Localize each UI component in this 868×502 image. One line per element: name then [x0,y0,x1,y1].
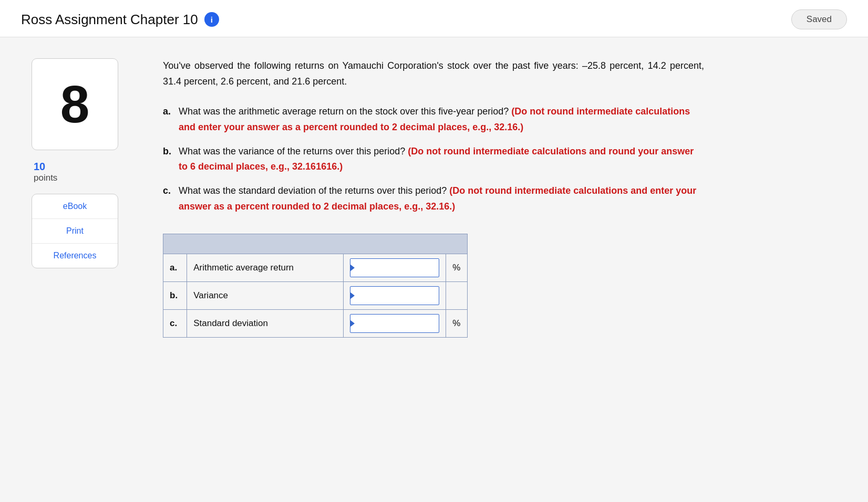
sub-instruction-a: (Do not round intermediate calculations … [179,106,690,132]
sub-question-c: c. What was the standard deviation of th… [163,183,704,214]
points-section: 10 points [32,161,147,183]
left-column: 8 10 points eBook Print References [32,58,147,338]
sub-question-a: a. What was the arithmetic average retur… [163,104,704,135]
points-value: 10 [34,161,147,173]
header-left: Ross Assignment Chapter 10 i [21,12,219,28]
page-title: Ross Assignment Chapter 10 [21,12,198,28]
sub-instruction-b: (Do not round intermediate calculations … [179,146,694,172]
row-a-input-cell [343,254,446,281]
sub-text-c: What was the standard deviation of the r… [179,183,704,214]
row-b-label: b. [163,281,187,309]
arithmetic-average-input[interactable] [350,258,439,277]
row-a-triangle [350,264,355,271]
row-c-desc: Standard deviation [187,309,344,337]
sidebar-link-print[interactable]: Print [32,219,118,244]
question-body: You've observed the following returns on… [163,58,704,89]
std-deviation-input[interactable] [350,314,439,333]
row-b-input-cell [343,281,446,309]
saved-button[interactable]: Saved [791,9,847,29]
right-column: You've observed the following returns on… [147,58,704,338]
sub-label-a: a. [163,104,174,135]
sidebar-link-ebook[interactable]: eBook [32,194,118,219]
row-c-triangle [350,320,355,327]
row-a-desc: Arithmetic average return [187,254,344,281]
main-content: 8 10 points eBook Print References You'v… [0,37,736,359]
row-b-desc: Variance [187,281,344,309]
row-a-label: a. [163,254,187,281]
sub-text-b: What was the variance of the returns ove… [179,144,704,175]
row-b-unit [446,281,467,309]
row-c-label: c. [163,309,187,337]
page-header: Ross Assignment Chapter 10 i Saved [0,0,868,37]
sub-question-b: b. What was the variance of the returns … [163,144,704,175]
row-a-input-wrapper [350,258,439,277]
sidebar-link-references[interactable]: References [32,244,118,268]
table-row: b. Variance [163,281,468,309]
table-row: c. Standard deviation % [163,309,468,337]
sub-text-a: What was the arithmetic average return o… [179,104,704,135]
points-label: points [34,173,147,183]
table-header-row [163,234,468,254]
sub-label-b: b. [163,144,174,175]
question-number-box: 8 [32,58,118,150]
sidebar-links: eBook Print References [32,194,118,268]
table-row: a. Arithmetic average return % [163,254,468,281]
row-a-unit: % [446,254,467,281]
sub-instruction-c: (Do not round intermediate calculations … [179,185,696,212]
info-icon[interactable]: i [204,12,219,27]
row-b-triangle [350,292,355,299]
row-b-input-wrapper [350,286,439,305]
sub-label-c: c. [163,183,174,214]
table-header-cell [163,234,468,254]
row-c-input-cell [343,309,446,337]
row-c-unit: % [446,309,467,337]
question-number: 8 [60,74,90,134]
sub-questions-list: a. What was the arithmetic average retur… [163,104,704,214]
answer-table: a. Arithmetic average return % b. Varian… [163,234,468,338]
row-c-input-wrapper [350,314,439,333]
variance-input[interactable] [350,286,439,305]
